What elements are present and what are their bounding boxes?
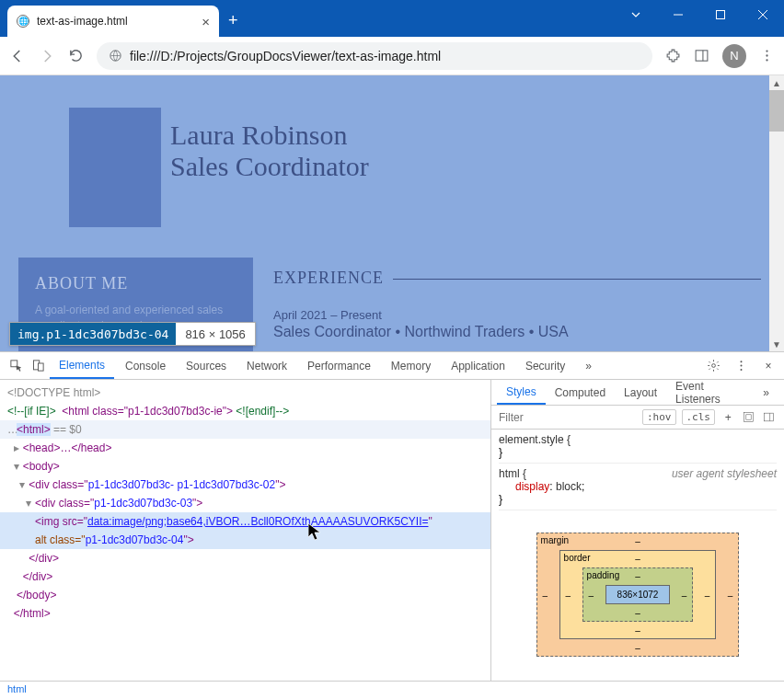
url-text: file:///D:/Projects/GroupDocsViewer/text… — [130, 49, 441, 63]
experience-position: Sales Coordinator • Northwind Traders • … — [273, 324, 761, 340]
hov-toggle[interactable]: :hov — [642, 409, 676, 425]
dom-doctype: <!DOCTYPE html> — [7, 386, 100, 399]
experience-section: EXPERIENCE April 2021 – Present Sales Co… — [273, 269, 761, 340]
tab-application[interactable]: Application — [442, 352, 514, 379]
cls-toggle[interactable]: .cls — [682, 409, 716, 425]
toggle-panel-icon[interactable] — [762, 407, 777, 428]
url-box[interactable]: file:///D:/Projects/GroupDocsViewer/text… — [97, 42, 652, 70]
window-buttons — [615, 0, 784, 29]
box-content: 836×1072 — [605, 585, 671, 604]
inspect-element-icon[interactable] — [6, 356, 26, 376]
address-bar: file:///D:/Projects/GroupDocsViewer/text… — [0, 37, 784, 75]
close-window-button[interactable] — [742, 0, 784, 29]
tab-computed[interactable]: Computed — [546, 380, 615, 405]
about-heading: ABOUT ME — [35, 274, 236, 293]
svg-point-8 — [766, 50, 767, 52]
kebab-menu-icon[interactable] — [759, 48, 775, 63]
devtools: Elements Console Sources Network Perform… — [0, 351, 784, 699]
tab-styles[interactable]: Styles — [497, 380, 546, 405]
inspect-tooltip: img.p1-1dc3d07bd3c-04 816 × 1056 — [9, 322, 256, 346]
viewport-scrollbar[interactable]: ▲ ▼ — [769, 75, 784, 351]
person-name: Laura Robinson — [170, 120, 347, 151]
dom-breadcrumb[interactable]: html — [0, 681, 784, 699]
svg-point-17 — [740, 369, 742, 371]
browser-tab[interactable]: 🌐 text-as-image.html × — [7, 6, 219, 37]
close-tab-icon[interactable]: × — [202, 14, 210, 29]
experience-date: April 2021 – Present — [273, 308, 761, 322]
scrollbar-thumb[interactable] — [769, 90, 784, 132]
devtools-menu-icon[interactable] — [731, 356, 751, 376]
devtools-tabs: Elements Console Sources Network Perform… — [0, 352, 784, 380]
tab-network[interactable]: Network — [237, 352, 296, 379]
svg-rect-13 — [38, 363, 43, 371]
scroll-down-icon[interactable]: ▼ — [769, 337, 784, 351]
tabs-overflow-icon[interactable]: » — [576, 352, 601, 379]
elements-panel[interactable]: <!DOCTYPE html> <!--[if IE]> <html class… — [0, 380, 491, 681]
extensions-icon[interactable] — [665, 48, 681, 63]
window-titlebar: 🌐 text-as-image.html × + — [0, 0, 784, 37]
back-button[interactable] — [9, 48, 26, 64]
side-panel-icon[interactable] — [694, 48, 709, 63]
page-icon: 🌐 — [17, 15, 29, 28]
styles-filter-bar: :hov .cls + — [491, 406, 784, 430]
rule-selector: element.style { — [499, 433, 777, 446]
page-viewport: Laura Robinson Sales Coordinator ABOUT M… — [0, 75, 784, 351]
dropdown-icon[interactable] — [615, 0, 657, 29]
person-role: Sales Coordinator — [170, 151, 369, 182]
tab-security[interactable]: Security — [516, 352, 574, 379]
tab-event-listeners[interactable]: Event Listeners — [666, 380, 754, 405]
devtools-close-icon[interactable]: × — [758, 356, 778, 376]
svg-rect-1 — [717, 11, 725, 19]
photo-placeholder — [69, 108, 161, 227]
experience-heading: EXPERIENCE — [273, 269, 384, 288]
svg-rect-6 — [696, 51, 708, 61]
file-icon — [108, 49, 122, 63]
maximize-button[interactable] — [699, 0, 742, 29]
tab-sources[interactable]: Sources — [177, 352, 236, 379]
tab-console[interactable]: Console — [116, 352, 175, 379]
tooltip-dimensions: 816 × 1056 — [176, 327, 254, 341]
divider — [393, 279, 761, 280]
css-rules[interactable]: element.style { } html {user agent style… — [491, 430, 784, 681]
scroll-up-icon[interactable]: ▲ — [769, 75, 784, 90]
tab-title: text-as-image.html — [37, 15, 194, 28]
tab-layout[interactable]: Layout — [615, 380, 666, 405]
tab-memory[interactable]: Memory — [382, 352, 440, 379]
tooltip-selector: img.p1-1dc3d07bd3c-04 — [10, 323, 176, 345]
svg-rect-20 — [765, 413, 774, 421]
computed-panel-icon[interactable] — [741, 407, 755, 428]
new-tab-button[interactable]: + — [228, 11, 238, 30]
styles-tabs: Styles Computed Layout Event Listeners » — [491, 380, 784, 406]
box-model: margin –––– border –––– padding –––– 836… — [499, 514, 777, 675]
profile-avatar[interactable]: N — [722, 44, 746, 68]
dom-selected-line[interactable]: <img src="data:image/png;base64,iVBOR…Bc… — [0, 512, 490, 531]
styles-panel: Styles Computed Layout Event Listeners »… — [491, 380, 784, 681]
svg-point-10 — [766, 59, 767, 61]
styles-filter-input[interactable] — [499, 411, 637, 424]
settings-icon[interactable] — [703, 356, 723, 376]
tab-performance[interactable]: Performance — [298, 352, 380, 379]
svg-point-16 — [740, 365, 742, 367]
svg-rect-18 — [744, 413, 754, 422]
svg-rect-19 — [746, 415, 751, 419]
minimize-button[interactable] — [657, 0, 699, 29]
svg-point-15 — [740, 361, 742, 362]
new-rule-icon[interactable]: + — [721, 407, 735, 428]
styles-overflow-icon[interactable]: » — [754, 380, 778, 405]
forward-button[interactable] — [39, 48, 55, 64]
svg-point-9 — [766, 54, 767, 56]
device-toolbar-icon[interactable] — [28, 356, 48, 376]
svg-point-14 — [711, 364, 715, 368]
tab-elements[interactable]: Elements — [50, 352, 114, 379]
reload-button[interactable] — [68, 48, 84, 63]
